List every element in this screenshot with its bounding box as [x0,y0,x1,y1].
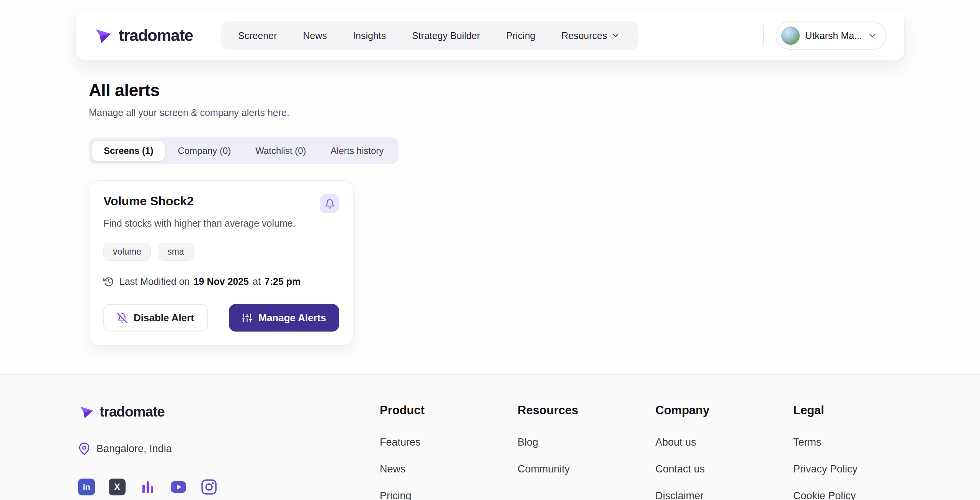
footer-link-news[interactable]: News [380,463,518,475]
brand-logo[interactable]: tradomate [93,26,193,46]
tab-watchlist[interactable]: Watchlist (0) [244,141,317,161]
svg-text:in: in [83,482,90,492]
page-subtitle: Manage all your screen & company alerts … [89,107,980,118]
nav-item-pricing[interactable]: Pricing [493,21,548,50]
linkedin-icon[interactable]: in [78,479,95,495]
footer-link-cookie-policy[interactable]: Cookie Policy [793,490,931,500]
footer-link-blog[interactable]: Blog [518,436,655,448]
footer-link-pricing[interactable]: Pricing [380,490,518,500]
avatar [781,26,800,45]
manage-alerts-label: Manage Alerts [258,312,326,324]
main-content: All alerts Manage all your screen & comp… [0,60,980,374]
nav-item-resources[interactable]: Resources [549,21,634,50]
alert-tags: volume sma [103,243,339,261]
alerts-tabs: Screens (1) Company (0) Watchlist (0) Al… [89,137,399,164]
footer-socials: in X [78,479,380,495]
alert-description: Find stocks with higher than average vol… [103,218,339,229]
nav-item-screener[interactable]: Screener [225,21,290,50]
nav-item-insights[interactable]: Insights [340,21,399,50]
chart-bars-icon[interactable] [139,479,156,495]
footer-brand: tradomate Bangalore, India in X [78,404,380,500]
footer-link-features[interactable]: Features [380,436,518,448]
bell-off-icon [117,313,127,323]
footer-column-product: Product Features News Pricing [380,404,518,500]
map-pin-icon [78,443,90,455]
history-icon [103,276,114,287]
footer-link-contact-us[interactable]: Contact us [655,463,793,475]
user-name: Utkarsh Ma... [805,30,862,41]
instagram-icon[interactable] [201,479,217,495]
footer-link-about-us[interactable]: About us [655,436,793,448]
page-title: All alerts [89,80,980,100]
modified-date: 19 Nov 2025 [193,276,249,287]
sliders-icon [242,313,252,323]
nav-item-strategy-builder[interactable]: Strategy Builder [399,21,493,50]
footer-column-legal: Legal Terms Privacy Policy Cookie Policy [793,404,931,500]
chevron-down-icon [611,31,620,40]
bell-icon [325,199,335,209]
youtube-icon[interactable] [170,479,187,495]
user-menu[interactable]: Utkarsh Ma... [776,21,887,50]
x-icon[interactable]: X [109,479,126,495]
manage-alerts-button[interactable]: Manage Alerts [229,304,339,332]
brand-name: tradomate [119,26,193,45]
footer-link-disclaimer[interactable]: Disclaimer [655,490,793,500]
tradomate-logo-icon [93,26,113,46]
tab-alerts-history[interactable]: Alerts history [319,141,395,161]
footer-column-title: Product [380,404,518,417]
tag-volume: volume [103,243,151,261]
footer-column-company: Company About us Contact us Disclaimer [655,404,793,500]
alert-bell-badge[interactable] [320,194,339,213]
footer: tradomate Bangalore, India in X [0,374,980,500]
footer-column-title: Legal [793,404,931,417]
alert-actions: Disable Alert Manage Alerts [103,304,339,332]
modified-time: 7:25 pm [265,276,301,287]
svg-text:X: X [114,482,120,492]
footer-column-resources: Resources Blog Community [518,404,655,500]
chevron-down-icon [867,31,877,41]
tab-screens[interactable]: Screens (1) [92,141,165,161]
brand-name: tradomate [100,404,165,420]
nav-item-news[interactable]: News [290,21,340,50]
alert-card-header: Volume Shock2 [103,194,339,213]
footer-link-community[interactable]: Community [518,463,655,475]
header-divider [763,25,764,46]
disable-alert-label: Disable Alert [134,312,194,324]
footer-logo[interactable]: tradomate [78,404,380,420]
tag-sma: sma [158,243,193,261]
tradomate-logo-icon [78,404,95,420]
alert-title: Volume Shock2 [103,194,194,208]
modified-at: at [253,276,261,287]
footer-location: Bangalore, India [78,443,380,455]
tab-company[interactable]: Company (0) [166,141,242,161]
footer-link-privacy-policy[interactable]: Privacy Policy [793,463,931,475]
nav-item-resources-label: Resources [562,30,608,41]
top-navbar: tradomate Screener News Insights Strateg… [76,11,904,60]
location-text: Bangalore, India [96,443,172,455]
disable-alert-button[interactable]: Disable Alert [103,304,208,332]
footer-link-terms[interactable]: Terms [793,436,931,448]
main-nav: Screener News Insights Strategy Builder … [220,21,638,50]
last-modified: Last Modified on 19 Nov 2025 at 7:25 pm [103,276,339,287]
alert-card: Volume Shock2 Find stocks with higher th… [89,180,354,346]
footer-column-title: Resources [518,404,655,417]
footer-column-title: Company [655,404,793,417]
modified-prefix: Last Modified on [119,276,189,287]
